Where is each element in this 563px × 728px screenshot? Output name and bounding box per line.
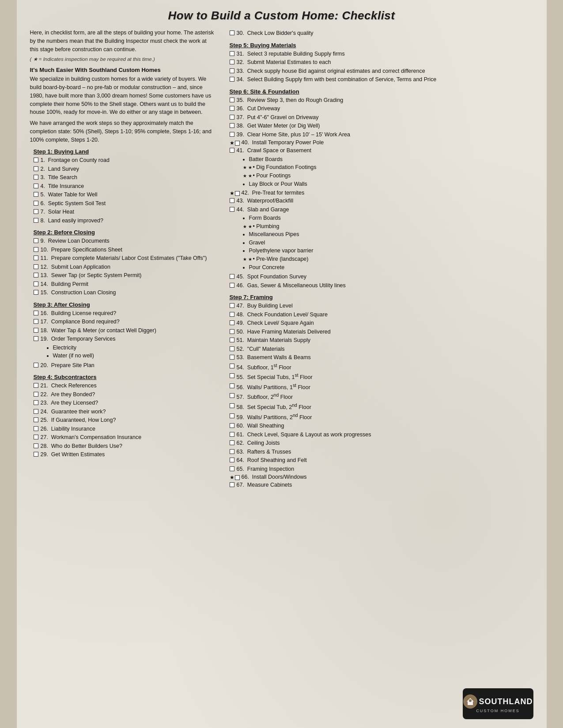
checkbox[interactable]	[230, 148, 234, 153]
checkbox[interactable]	[230, 274, 234, 279]
checkbox[interactable]	[235, 475, 240, 480]
list-item: 45. Spot Foundation Survey	[230, 273, 533, 281]
checkbox[interactable]	[34, 273, 38, 278]
checkbox[interactable]	[230, 198, 234, 203]
list-item: 28. Who do Better Builders Use?	[34, 443, 215, 450]
checkbox[interactable]	[34, 255, 38, 260]
list-item: 35. Review Step 3, then do Rough Grading	[230, 97, 533, 105]
checkbox[interactable]	[230, 393, 234, 398]
checkbox[interactable]	[230, 440, 234, 445]
logo-brand-name: SOUTHLAND	[479, 697, 533, 706]
sub-list-item: Water (if no well)	[53, 352, 215, 360]
checkbox[interactable]	[230, 312, 234, 317]
checkbox[interactable]	[230, 466, 234, 471]
page-title: How to Build a Custom Home: Checklist	[30, 9, 533, 23]
checkbox[interactable]	[34, 158, 38, 162]
checkbox[interactable]	[34, 392, 38, 397]
checkbox[interactable]	[34, 328, 38, 333]
star-icon: ★	[230, 190, 234, 196]
star-icon: ★	[248, 173, 252, 179]
star-icon: ★	[248, 165, 252, 171]
checkbox[interactable]	[34, 336, 38, 341]
sub-list-item: Pour Concrete	[249, 264, 533, 272]
checkbox[interactable]	[34, 409, 38, 414]
checkbox[interactable]	[230, 207, 234, 212]
checkbox[interactable]	[34, 209, 38, 214]
checkbox[interactable]	[230, 403, 234, 408]
checkbox[interactable]	[230, 373, 234, 378]
checkbox[interactable]	[230, 432, 234, 437]
checkbox[interactable]	[230, 458, 234, 462]
checkbox[interactable]	[230, 283, 234, 288]
checkbox[interactable]	[34, 452, 38, 457]
checkbox[interactable]	[34, 443, 38, 448]
checkbox[interactable]	[34, 184, 38, 188]
checkbox[interactable]	[235, 191, 240, 196]
bullet-icon: •	[253, 164, 255, 172]
checkbox[interactable]	[34, 400, 38, 405]
checkbox[interactable]	[230, 346, 234, 351]
checkbox[interactable]	[230, 329, 234, 334]
list-item: 32. Submit Material Estimates to each	[230, 59, 533, 67]
list-item: 25. If Guaranteed, How Long?	[34, 417, 215, 424]
checkbox[interactable]	[34, 383, 38, 388]
checkbox[interactable]	[34, 426, 38, 431]
checkbox[interactable]	[235, 141, 240, 146]
checkbox[interactable]	[34, 201, 38, 206]
checkbox[interactable]	[230, 320, 234, 325]
checkbox[interactable]	[230, 68, 234, 73]
checkbox[interactable]	[230, 413, 234, 418]
checkbox[interactable]	[34, 363, 38, 368]
checkbox[interactable]	[230, 106, 234, 111]
checkbox[interactable]	[34, 319, 38, 324]
checkbox[interactable]	[34, 417, 38, 422]
step-3-header: Step 3: After Closing	[34, 301, 215, 308]
step-2-header: Step 2: Before Closing	[34, 229, 215, 236]
sub-list-item-star: ★• Plumbing	[243, 223, 533, 231]
checkbox[interactable]	[230, 303, 234, 308]
checkbox[interactable]	[230, 338, 234, 342]
asterisk-note: ( ★ = Indicates inspection may be requir…	[30, 56, 215, 62]
checkbox[interactable]	[34, 435, 38, 439]
checkbox[interactable]	[230, 123, 234, 128]
list-item: 65. Framing Inspection	[230, 465, 533, 473]
list-item: 15. Construction Loan Closing	[34, 289, 215, 297]
checkbox[interactable]	[230, 482, 234, 487]
checkbox[interactable]	[230, 30, 234, 35]
checkbox[interactable]	[34, 290, 38, 295]
checkbox[interactable]	[230, 449, 234, 454]
checkbox[interactable]	[34, 166, 38, 171]
checkbox[interactable]	[34, 192, 38, 197]
checkbox[interactable]	[34, 281, 38, 286]
right-column: 30. Check Low Bidder's quality Step 5: B…	[226, 29, 533, 490]
list-item: 13. Sewer Tap (or Septic System Permit)	[34, 272, 215, 280]
checkbox[interactable]	[230, 383, 234, 388]
checkbox[interactable]	[230, 98, 234, 102]
checkbox[interactable]	[230, 355, 234, 360]
checkbox[interactable]	[230, 77, 234, 82]
checkbox[interactable]	[230, 132, 234, 137]
list-item: 38. Get Water Meter (or Dig Well)	[230, 122, 533, 130]
checkbox[interactable]	[34, 311, 38, 315]
list-item: 57. Subfloor, 2nd Floor	[230, 392, 533, 402]
checkbox[interactable]	[230, 115, 234, 120]
checkbox[interactable]	[230, 364, 234, 368]
checkbox[interactable]	[34, 175, 38, 180]
sub-list-item: Polyethylene vapor barrier	[249, 247, 533, 255]
list-item: 20. Prepare Site Plan	[34, 362, 215, 370]
list-item: 16. Building License required?	[34, 310, 215, 318]
checkbox[interactable]	[34, 218, 38, 223]
checkbox[interactable]	[230, 423, 234, 428]
logo-icon	[463, 694, 477, 709]
checkbox[interactable]	[230, 60, 234, 64]
list-item: 31. Select 3 reputable Building Supply f…	[230, 50, 533, 58]
sub-list-item-star: ★• Pour Footings	[243, 172, 533, 180]
list-item: 1. Frontage on County road	[34, 157, 215, 165]
checkbox[interactable]	[230, 51, 234, 56]
checkbox[interactable]	[34, 264, 38, 269]
list-item: 47. Buy Building Level	[230, 302, 533, 310]
list-item: 64. Roof Sheathing and Felt	[230, 457, 533, 465]
checkbox[interactable]	[34, 238, 38, 243]
checkbox[interactable]	[34, 247, 38, 252]
star-icon: ★	[230, 140, 234, 146]
